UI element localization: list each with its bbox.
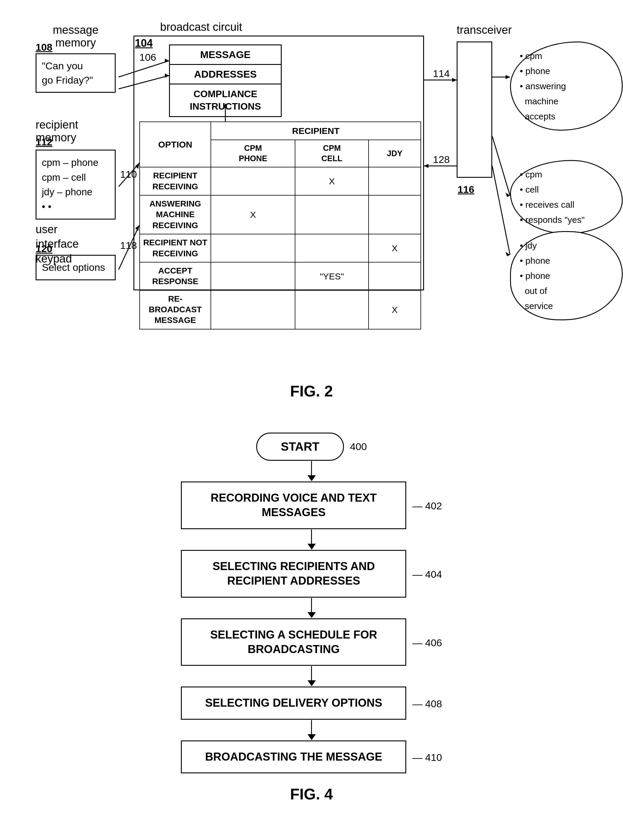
row3-cpm-cell [295, 234, 368, 262]
step-406-box: SELECTING A SCHEDULE FORBROADCASTING [181, 618, 406, 666]
row5-cpm-cell [295, 291, 368, 329]
row2-option: ANSWERING MACHINERECEIVING [140, 195, 211, 234]
transceiver-box [457, 41, 492, 178]
cpm-cell-header: CPMCELL [295, 140, 368, 167]
label-120: 120 [35, 243, 52, 254]
step-404-box: SELECTING RECIPIENTS ANDRECIPIENT ADDRES… [181, 550, 406, 598]
row5-option: RE-BROADCASTMESSAGE [140, 291, 211, 329]
cpm-phone-header: CPMPHONE [211, 140, 295, 167]
row4-cpm-cell: "YES" [295, 262, 368, 291]
jdy-header: JDY [368, 140, 421, 167]
svg-line-21 [492, 136, 510, 196]
row1-cpm-phone [211, 167, 295, 195]
mac-group: MESSAGE ADDRESSES COMPLIANCE INSTRUCTION… [169, 44, 282, 117]
recipient-memory-box: cpm – phone cpm – cell jdy – phone • • [35, 150, 116, 220]
table-row: ACCEPTRESPONSE "YES" [140, 262, 421, 291]
table-row: RE-BROADCASTMESSAGE X [140, 291, 421, 329]
label-108: 108 [35, 41, 52, 53]
row2-cpm-cell [295, 195, 368, 234]
row3-option: RECIPIENT NOTRECEIVING [140, 234, 211, 262]
blob-bot: • jdy• phone• phone out of service [510, 231, 623, 320]
blob-mid-content: • cpm• cell• receives call• responds "ye… [520, 167, 613, 227]
message-memory-content: "Can you go Friday?" [37, 54, 115, 92]
step-408-box: SELECTING DELIVERY OPTIONS [181, 687, 406, 719]
row4-jdy [368, 262, 421, 291]
row1-cpm-cell: X [295, 167, 368, 195]
row4-cpm-phone [211, 262, 295, 291]
blob-mid: • cpm• cell• receives call• responds "ye… [510, 160, 623, 234]
blob-top: • cpm• phone• answering machine accepts [510, 41, 623, 131]
svg-marker-11 [452, 78, 457, 82]
page: message memory 108 "Can you go Friday?" … [0, 0, 623, 840]
flow-arrow-4 [307, 666, 316, 687]
fig4-container: START 400 RECORDING VOICE AND TEXTMESSAG… [24, 427, 599, 835]
message-box: MESSAGE [169, 44, 282, 65]
step-402-num: — 402 [412, 500, 442, 512]
step-404-row: SELECTING RECIPIENTS ANDRECIPIENT ADDRES… [181, 550, 442, 598]
flow-arrow-2 [307, 529, 316, 550]
fig2-title: FIG. 2 [290, 382, 333, 400]
step-402-box: RECORDING VOICE AND TEXTMESSAGES [181, 482, 406, 529]
step-408-num: — 408 [412, 698, 442, 710]
flow-arrow-5 [307, 720, 316, 741]
ui-keypad-content: Select options [37, 256, 115, 279]
recipient-memory-content: cpm – phone cpm – cell jdy – phone • • [37, 150, 115, 219]
svg-marker-14 [424, 164, 428, 168]
flow-arrow-1 [307, 461, 316, 482]
row1-jdy [368, 167, 421, 195]
option-header: OPTION [140, 122, 211, 167]
step-404-num: — 404 [412, 569, 442, 580]
step-402-row: RECORDING VOICE AND TEXTMESSAGES — 402 [181, 482, 442, 529]
table-row: RECIPIENTRECEIVING X [140, 167, 421, 195]
ui-keypad-box: Select options [35, 255, 116, 280]
row1-option: RECIPIENTRECEIVING [140, 167, 211, 195]
start-node: START [256, 433, 344, 461]
flowchart: START 400 RECORDING VOICE AND TEXTMESSAG… [24, 427, 599, 773]
table-row: RECIPIENT NOTRECEIVING X [140, 234, 421, 262]
svg-marker-22 [506, 193, 510, 197]
addresses-box: ADDRESSES [169, 65, 282, 84]
recipient-header: RECIPIENT [211, 122, 421, 140]
label-116: 116 [457, 184, 474, 195]
start-num: 400 [350, 441, 367, 453]
broadcast-circuit-label: broadcast circuit [160, 21, 242, 34]
blob-top-content: • cpm• phone• answering machine accepts [520, 48, 613, 124]
step-406-num: — 406 [412, 637, 442, 649]
flow-arrow-3 [307, 598, 316, 618]
row2-cpm-phone: X [211, 195, 295, 234]
step-406-row: SELECTING A SCHEDULE FORBROADCASTING — 4… [181, 618, 442, 666]
message-memory-box: "Can you go Friday?" [35, 54, 116, 93]
blob-bot-content: • jdy• phone• phone out of service [520, 238, 613, 314]
step-408-row: SELECTING DELIVERY OPTIONS — 408 [181, 687, 442, 719]
svg-line-23 [492, 166, 510, 255]
start-row: START 400 [256, 433, 367, 461]
label-104: 104 [135, 37, 153, 49]
option-table-wrapper: OPTION RECIPIENT CPMPHONE CPMCELL JDY RE… [140, 121, 421, 329]
row2-jdy [368, 195, 421, 234]
row4-option: ACCEPTRESPONSE [140, 262, 211, 291]
step-410-box: BROADCASTING THE MESSAGE [181, 741, 406, 773]
row3-jdy: X [368, 234, 421, 262]
fig2-container: message memory 108 "Can you go Friday?" … [24, 18, 599, 403]
row5-cpm-phone [211, 291, 295, 329]
svg-marker-24 [506, 252, 510, 256]
table-row: ANSWERING MACHINERECEIVING X [140, 195, 421, 234]
step-410-row: BROADCASTING THE MESSAGE — 410 [181, 741, 442, 773]
compliance-box: COMPLIANCE INSTRUCTIONS [169, 84, 282, 117]
svg-text:128: 128 [433, 154, 450, 165]
svg-marker-20 [506, 75, 510, 79]
transceiver-label: transceiver [457, 24, 512, 37]
row5-jdy: X [368, 291, 421, 329]
option-table: OPTION RECIPIENT CPMPHONE CPMCELL JDY RE… [140, 121, 421, 329]
svg-text:114: 114 [433, 68, 450, 79]
fig4-title: FIG. 4 [24, 785, 599, 803]
label-112: 112 [35, 136, 52, 148]
row3-cpm-phone [211, 234, 295, 262]
step-410-num: — 410 [412, 752, 442, 763]
